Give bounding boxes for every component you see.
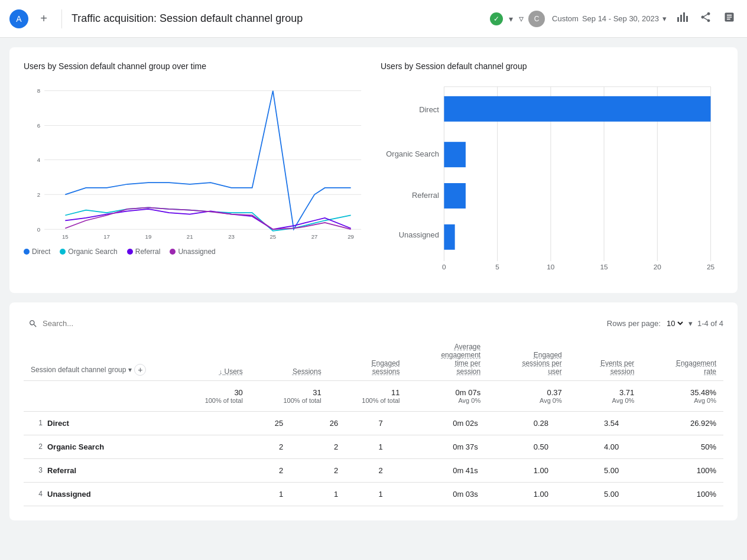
page-title: Traffic acquisition: Session default cha… [72, 12, 483, 25]
svg-rect-1 [680, 15, 682, 22]
cell-engagement-rate-3: 100% [626, 482, 723, 506]
svg-text:0: 0 [442, 263, 446, 271]
svg-text:5: 5 [495, 263, 499, 271]
svg-text:23: 23 [228, 233, 235, 240]
insights-button[interactable] [721, 9, 738, 28]
svg-text:25: 25 [707, 263, 715, 271]
cell-sessions-1: 2 [290, 435, 345, 458]
svg-text:4: 4 [37, 157, 41, 163]
add-tab-button[interactable]: + [35, 11, 52, 27]
svg-text:2: 2 [37, 191, 40, 198]
bar-organic [444, 142, 466, 167]
cell-sessions-2: 2 [290, 458, 345, 482]
search-icon [28, 319, 38, 328]
line-chart-svg: 8 6 4 2 0 15 Sep 17 19 21 23 25 27 29 [24, 80, 366, 241]
table-header-row: Session default channel group ▾ + ↓ User… [24, 338, 723, 381]
bar-chart-svg: 0 5 10 15 20 25 Direct Organic Search Re… [381, 80, 723, 277]
cell-avg-engagement-0: 0m 02s [390, 412, 485, 435]
svg-text:8: 8 [37, 87, 40, 94]
legend-dot-organic [60, 249, 66, 255]
bar-chart-container: Users by Session default channel group 0… [381, 61, 723, 279]
svg-text:19: 19 [145, 233, 152, 240]
date-value: Sep 14 - Sep 30, 2023 [582, 14, 659, 23]
svg-text:29: 29 [347, 233, 354, 240]
totals-sessions: 31 100% of total [250, 380, 329, 411]
svg-rect-0 [677, 17, 679, 22]
pagination-range: 1-4 of 4 [697, 319, 723, 328]
date-range[interactable]: Custom Sep 14 - Sep 30, 2023 ▾ [552, 14, 667, 23]
legend-dot-unassigned [170, 249, 176, 255]
svg-text:Sep: Sep [60, 239, 70, 242]
cell-engaged-sessions-1: 1 [345, 435, 390, 458]
cell-sessions-3: 1 [290, 482, 345, 506]
svg-text:6: 6 [37, 122, 40, 129]
bar-unassigned [444, 224, 454, 250]
col-header-engaged-sessions[interactable]: Engagedsessions [329, 338, 407, 381]
col-header-avg-engagement[interactable]: Averageengagementtime persession [407, 338, 488, 381]
svg-text:Organic Search: Organic Search [386, 149, 439, 158]
legend: Direct Organic Search Referral Unassigne… [24, 248, 366, 256]
legend-label-referral: Referral [135, 248, 161, 256]
svg-text:10: 10 [547, 263, 555, 271]
totals-engagement-rate: 35.48% Avg 0% [641, 380, 723, 411]
svg-rect-2 [683, 12, 685, 22]
filter-avatar: C [528, 11, 545, 27]
cell-engagement-rate-0: 26.92% [626, 412, 723, 435]
data-rows-table: 1 Direct 25 26 7 0m 02s 0.28 3.54 26.92%… [24, 412, 723, 506]
totals-events-per-session: 3.71 Avg 0% [569, 380, 642, 411]
cell-channel-2: 3 Referral [24, 458, 235, 482]
search-input[interactable] [43, 319, 161, 328]
table-row: 4 Unassigned 1 1 1 0m 03s 1.00 5.00 100% [24, 482, 723, 506]
legend-item-unassigned: Unassigned [170, 248, 215, 256]
chart-type-button[interactable] [674, 9, 690, 28]
rows-per-page-select[interactable]: 10 25 50 [664, 318, 685, 328]
col-header-users[interactable]: ↓ Users [171, 338, 250, 381]
cell-engaged-per-user-0: 0.28 [485, 412, 556, 435]
cell-channel-0: 1 Direct [24, 412, 235, 435]
rows-per-page: Rows per page: 10 25 50 ▾ [607, 318, 693, 328]
title-chevron-button[interactable]: ▾ [508, 13, 514, 25]
cell-avg-engagement-3: 0m 03s [390, 482, 485, 506]
totals-channel [24, 380, 171, 411]
data-table: Session default channel group ▾ + ↓ User… [24, 338, 723, 412]
svg-text:27: 27 [311, 233, 318, 240]
cell-sessions-0: 26 [290, 412, 345, 435]
table-row: 1 Direct 25 26 7 0m 02s 0.28 3.54 26.92% [24, 412, 723, 435]
col-header-sessions[interactable]: Sessions [250, 338, 329, 381]
cell-events-per-session-2: 5.00 [556, 458, 626, 482]
col-header-engaged-per-user[interactable]: Engagedsessions peruser [488, 338, 569, 381]
col-header-events-per-session[interactable]: Events persession [569, 338, 642, 381]
totals-row: 30 100% of total 31 100% of total 11 100… [24, 380, 723, 411]
cell-events-per-session-0: 3.54 [556, 412, 626, 435]
date-prefix: Custom [552, 14, 579, 23]
legend-label-organic: Organic Search [68, 248, 117, 256]
totals-engaged-sessions: 11 100% of total [329, 380, 407, 411]
title-icons: ✓ ▾ ▿ C [490, 11, 545, 27]
totals-users: 30 100% of total [171, 380, 250, 411]
cell-events-per-session-3: 5.00 [556, 482, 626, 506]
cell-engaged-sessions-0: 7 [345, 412, 390, 435]
legend-item-direct: Direct [24, 248, 50, 256]
col-header-engagement-rate[interactable]: Engagementrate [641, 338, 723, 381]
date-chevron-icon: ▾ [662, 14, 667, 23]
avatar[interactable]: A [9, 9, 28, 28]
cell-avg-engagement-2: 0m 41s [390, 458, 485, 482]
filter-icon[interactable]: ▿ [519, 13, 524, 24]
cell-engagement-rate-1: 50% [626, 435, 723, 458]
col-header-chevron: ▾ [128, 366, 132, 374]
charts-card: Users by Session default channel group o… [9, 47, 738, 293]
bar-referral [444, 183, 466, 209]
totals-engaged-per-user: 0.37 Avg 0% [488, 380, 569, 411]
share-button[interactable] [697, 9, 714, 28]
totals-avg-engagement: 0m 07s Avg 0% [407, 380, 488, 411]
cell-channel-1: 2 Organic Search [24, 435, 235, 458]
cell-channel-3: 4 Unassigned [24, 482, 235, 506]
table-card: Rows per page: 10 25 50 ▾ 1-4 of 4 Ses [9, 302, 738, 520]
table-row: 3 Referral 2 2 2 0m 41s 1.00 5.00 100% [24, 458, 723, 482]
add-column-button[interactable]: + [134, 364, 146, 376]
legend-dot-direct [24, 249, 30, 255]
svg-text:20: 20 [654, 263, 662, 271]
table-row: 2 Organic Search 2 2 1 0m 37s 0.50 4.00 … [24, 435, 723, 458]
cell-engaged-per-user-2: 1.00 [485, 458, 556, 482]
col-header-channel-label: Session default channel group [31, 366, 126, 374]
